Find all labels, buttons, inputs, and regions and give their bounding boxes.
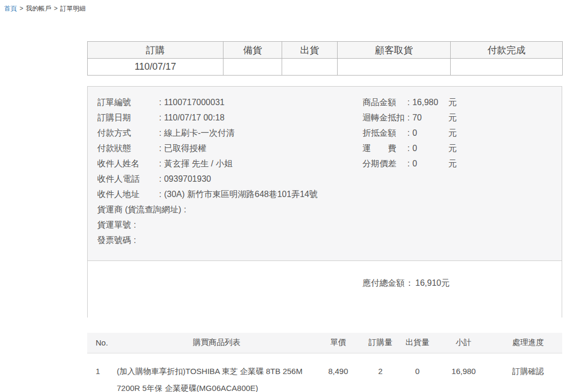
colon: : [159,159,161,168]
items-header-product: 購買商品列表 [116,333,317,353]
payment-method-row: 付款方式:線上刷卡-一次付清 [97,125,552,141]
recipient-address-label: 收件人地址 [97,186,156,202]
currency-unit: 元 [448,159,457,168]
item-order-qty: 2 [359,353,402,392]
breadcrumb-home-link[interactable]: 首頁 [4,5,17,12]
colon: : [407,144,409,153]
status-preparing-date [224,59,282,76]
recipient-address-row: 收件人地址:(30A) 新竹市東區明湖路648巷101弄14號 [97,186,552,202]
items-header-no: No. [87,333,116,353]
colon: : [134,220,136,229]
installment-diff-row: 分期價差:0元 [362,156,457,171]
currency-unit: 元 [448,144,457,153]
status-ordered-date: 110/07/17 [88,59,224,76]
recipient-name-label: 收件人姓名 [97,156,156,171]
colon: : [159,128,161,137]
status-header-preparing: 備貨 [224,42,282,59]
invoice-number-row: 發票號碼: [97,232,552,248]
breadcrumb-separator: > [54,5,58,12]
installment-diff-value: 0 [412,156,448,171]
carrier-label: 貨運商 (貨流查詢網址) [97,205,181,214]
order-number-label: 訂單編號 [97,95,156,110]
breadcrumb-separator: > [20,5,23,12]
status-header-paid: 付款完成 [451,42,563,59]
discount-amount-label: 折抵金額 [362,125,405,141]
status-header-ordered: 訂購 [88,42,224,59]
carrier-row: 貨運商 (貨流查詢網址): [97,202,552,217]
order-detail-page: { "ui": { "colon": ":", "fullwidth_colon… [0,0,568,392]
installment-diff-label: 分期價差 [362,156,405,171]
rebate-deduction-value: 70 [412,110,448,125]
order-date-value: 110/07/17 00:18 [164,113,224,122]
currency-unit: 元 [448,113,457,122]
recipient-phone-row: 收件人電話:0939701930 [97,171,552,186]
breadcrumb-account-link[interactable]: 我的帳戶 [26,5,51,12]
payment-status-label: 付款狀態 [97,141,156,156]
items-header-ship-qty: 出貨量 [402,333,433,353]
tracking-number-label: 貨運單號 [97,220,131,229]
status-shipped-date [282,59,338,76]
colon: : [134,236,136,245]
total-due-label: 應付總金額 [362,278,405,287]
rebate-deduction-label: 迴轉金抵扣 [362,110,405,125]
colon: : [159,144,161,153]
items-header-progress: 處理進度 [494,333,562,353]
items-table: No. 購買商品列表 單價 訂購量 出貨量 小計 處理進度 1 (加入購物車享折… [87,333,562,392]
items-header-subtotal: 小計 [433,333,494,353]
tracking-number-row: 貨運單號: [97,217,552,232]
currency-unit: 元 [448,98,457,107]
invoice-number-label: 發票號碼 [97,236,131,245]
recipient-name-row: 收件人姓名:黃玄揮 先生 / 小姐 [97,156,552,171]
item-ship-qty: 0 [402,353,433,392]
order-number-value: 1100717000031 [164,98,225,107]
item-product-name: (加入購物車享折扣)TOSHIBA 東芝 企業碟 8TB 256M 7200R … [116,353,317,392]
colon: : [159,190,161,199]
shipping-fee-label: 運 費 [362,141,405,156]
recipient-address-value: (30A) 新竹市東區明湖路648巷101弄14號 [164,190,318,199]
fullwidth-colon: ： [405,278,414,287]
payment-status-value: 已取得授權 [164,144,206,153]
status-pickup-date [338,59,451,76]
item-progress-status: 訂購確認 [494,353,562,392]
currency-unit: 元 [448,128,457,137]
breadcrumb: 首頁>我的帳戶>訂單明細 [4,4,86,13]
goods-amount-value: 16,980 [412,95,448,110]
recipient-phone-label: 收件人電話 [97,171,156,186]
rebate-deduction-row: 迴轉金抵扣:70元 [362,110,457,125]
payment-status-row: 付款狀態:已取得授權 [97,141,552,156]
payment-method-label: 付款方式 [97,125,156,141]
colon: : [407,113,409,122]
goods-amount-label: 商品金額 [362,95,405,110]
colon: : [407,98,409,107]
order-number-row: 訂單編號:1100717000031 [97,95,552,110]
discount-amount-row: 折抵金額:0元 [362,125,457,141]
item-no: 1 [87,353,116,392]
order-info-panel: 訂單編號:1100717000031 訂購日期:110/07/17 00:18 … [88,87,562,261]
recipient-phone-value: 0939701930 [164,174,211,183]
recipient-name-value: 黃玄揮 先生 / 小姐 [164,159,232,168]
colon: : [407,159,409,168]
colon: : [159,113,161,122]
items-header-order-qty: 訂購量 [359,333,402,353]
colon: : [159,174,161,183]
payment-method-value: 線上刷卡-一次付清 [164,128,234,137]
colon: : [159,98,161,107]
item-subtotal: 16,980 [433,353,494,392]
colon: : [184,205,186,214]
status-paid-date [451,59,563,76]
item-unit-price: 8,490 [317,353,359,392]
goods-amount-row: 商品金額:16,980元 [362,95,457,110]
status-header-pickup: 顧客取貨 [338,42,451,59]
shipping-fee-value: 0 [412,141,448,156]
order-status-table: 訂購 備貨 出貨 顧客取貨 付款完成 110/07/17 [87,41,563,76]
item-row: 1 (加入購物車享折扣)TOSHIBA 東芝 企業碟 8TB 256M 7200… [87,353,562,392]
total-due-value: 16,910元 [415,278,450,287]
total-panel: 應付總金額：16,910元 [88,261,562,318]
status-value-row: 110/07/17 [88,59,563,76]
items-header-unit-price: 單價 [317,333,359,353]
order-date-row: 訂購日期:110/07/17 00:18 [97,110,552,125]
order-date-label: 訂購日期 [97,110,156,125]
shipping-fee-row: 運 費:0元 [362,141,457,156]
colon: : [407,128,409,137]
order-detail-box: 訂單編號:1100717000031 訂購日期:110/07/17 00:18 … [87,86,562,318]
